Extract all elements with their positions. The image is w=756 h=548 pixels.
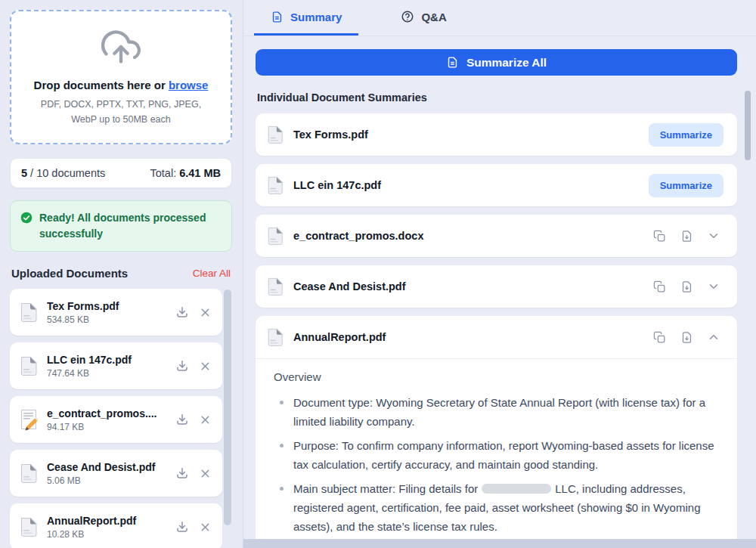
overview-bullet: Main subject matter: Filing details forL… xyxy=(280,479,719,536)
file-download-icon xyxy=(680,230,693,243)
download-button[interactable] xyxy=(172,356,192,376)
memo-file-icon xyxy=(19,408,39,431)
download-button[interactable] xyxy=(172,463,192,483)
expand-button[interactable] xyxy=(704,226,723,246)
chevron-down-icon xyxy=(707,280,720,293)
pdf-file-icon xyxy=(266,327,284,348)
tab-bar: Summary Q&A xyxy=(243,0,756,36)
file-actions xyxy=(172,463,215,483)
copy-summary-button[interactable] xyxy=(649,327,669,347)
file-size: 10.28 KB xyxy=(47,529,164,540)
remove-file-button[interactable] xyxy=(195,517,215,537)
copy-icon xyxy=(653,230,666,243)
download-button[interactable] xyxy=(172,410,192,429)
summary-card-header[interactable]: e_contract_promos.docx xyxy=(256,215,737,257)
overview-bullet-list: Document type: Wyoming Secretary of Stat… xyxy=(274,393,719,536)
file-name: e_contract_promos.... xyxy=(47,407,164,420)
file-list-item: AnnualReport.pdf 10.28 KB xyxy=(10,503,222,548)
main-panel: Summary Q&A Summarize All Individual Doc… xyxy=(243,0,756,548)
export-summary-button[interactable] xyxy=(677,226,696,246)
close-icon xyxy=(199,521,212,534)
tab-summary[interactable]: Summary xyxy=(254,0,358,36)
download-icon xyxy=(175,359,189,373)
document-icon xyxy=(446,56,459,69)
check-circle-icon xyxy=(20,212,33,224)
remove-file-button[interactable] xyxy=(195,463,215,483)
file-meta: LLC ein 147c.pdf 747.64 KB xyxy=(47,354,164,379)
dropzone-title: Drop documents here or browse xyxy=(34,79,209,91)
document-icon xyxy=(271,11,284,23)
status-message: Ready! All documents processed successfu… xyxy=(39,210,222,242)
summary-card: LLC ein 147c.pdf Summarize xyxy=(256,164,737,206)
file-actions xyxy=(172,517,215,537)
file-list-item: LLC ein 147c.pdf 747.64 KB xyxy=(10,342,222,389)
summarize-all-label: Summarize All xyxy=(466,56,547,70)
bottom-edge-strip xyxy=(243,539,756,548)
summary-card: Tex Forms.pdf Summarize xyxy=(256,113,737,156)
clear-all-button[interactable]: Clear All xyxy=(193,268,231,279)
summary-card-header[interactable]: AnnualReport.pdf xyxy=(256,316,737,358)
pdf-file-icon xyxy=(266,124,284,145)
copy-summary-button[interactable] xyxy=(649,226,669,246)
expand-button[interactable] xyxy=(704,277,723,296)
summary-card-expanded: AnnualReport.pdf Overview Document xyxy=(256,316,737,548)
document-count-suffix: / 10 documents xyxy=(27,167,105,179)
summary-card-header: Tex Forms.pdf Summarize xyxy=(256,113,737,156)
tab-qa[interactable]: Q&A xyxy=(384,0,463,36)
file-list-item: e_contract_promos.... 94.17 KB xyxy=(10,396,222,443)
summary-card-actions xyxy=(649,327,723,347)
chevron-down-icon xyxy=(707,229,720,243)
file-actions xyxy=(172,410,215,429)
main-scrollbar[interactable] xyxy=(745,91,751,160)
summary-content: Summarize All Individual Document Summar… xyxy=(243,36,756,548)
collapse-button[interactable] xyxy=(704,327,723,347)
pdf-file-icon xyxy=(19,354,39,377)
bullet-dot xyxy=(280,444,284,447)
section-title: Individual Document Summaries xyxy=(257,91,737,104)
copy-summary-button[interactable] xyxy=(649,277,669,296)
download-icon xyxy=(175,520,189,534)
file-size: 747.64 KB xyxy=(47,368,164,379)
remove-file-button[interactable] xyxy=(195,356,215,376)
pdf-file-icon xyxy=(19,515,39,538)
summary-card-actions xyxy=(649,226,723,246)
bullet-text-pre: Main subject matter: Filing details for xyxy=(293,482,478,495)
summary-card: e_contract_promos.docx xyxy=(256,215,737,257)
file-meta: Cease And Desist.pdf 5.06 MB xyxy=(47,461,164,486)
sidebar-scrollbar[interactable] xyxy=(224,289,231,525)
summary-card-header[interactable]: Cease And Desist.pdf xyxy=(256,265,737,308)
summary-card-actions xyxy=(649,277,723,296)
file-meta: Tex Forms.pdf 534.85 KB xyxy=(47,300,164,325)
bullet-dot xyxy=(280,401,284,404)
summary-doc-name: e_contract_promos.docx xyxy=(293,230,640,242)
download-button[interactable] xyxy=(172,302,192,322)
pdf-file-icon xyxy=(19,301,39,324)
upload-cloud-icon xyxy=(101,27,141,70)
file-download-icon xyxy=(680,280,693,293)
question-circle-icon xyxy=(401,10,414,23)
file-list-item: Tex Forms.pdf 534.85 KB xyxy=(10,289,222,336)
summarize-button[interactable]: Summarize xyxy=(649,123,723,147)
file-list-item: Cease And Desist.pdf 5.06 MB xyxy=(10,450,222,497)
download-icon xyxy=(175,466,189,480)
file-actions xyxy=(172,302,215,322)
browse-link[interactable]: browse xyxy=(169,79,209,91)
overview-bullet: Document type: Wyoming Secretary of Stat… xyxy=(280,393,719,431)
remove-file-button[interactable] xyxy=(195,302,215,322)
export-summary-button[interactable] xyxy=(677,327,696,347)
close-icon xyxy=(199,467,212,480)
dropzone[interactable]: Drop documents here or browse PDF, DOCX,… xyxy=(10,10,232,144)
remove-file-button[interactable] xyxy=(195,410,215,429)
export-summary-button[interactable] xyxy=(677,277,696,296)
file-name: LLC ein 147c.pdf xyxy=(47,354,164,366)
status-banner: Ready! All documents processed successfu… xyxy=(10,200,232,252)
document-counter: 5 / 10 documents Total: 6.41 MB xyxy=(10,158,232,188)
download-button[interactable] xyxy=(172,517,192,537)
document-count-value: 5 xyxy=(21,167,27,179)
overview-bullet-text: Purpose: To confirm company information,… xyxy=(293,436,719,474)
summarize-button[interactable]: Summarize xyxy=(649,174,723,197)
file-size: 94.17 KB xyxy=(47,422,164,432)
summarize-all-button[interactable]: Summarize All xyxy=(256,49,737,76)
tab-summary-label: Summary xyxy=(290,11,342,23)
tab-qa-label: Q&A xyxy=(421,11,446,23)
